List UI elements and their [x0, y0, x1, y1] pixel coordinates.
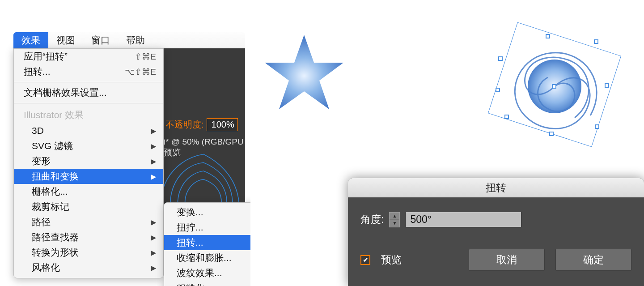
selection-handle[interactable] — [605, 83, 609, 88]
menu-item-label: 收缩和膨胀... — [177, 252, 251, 264]
effect-menu-dropdown: 应用“扭转” ⇧⌘E 扭转... ⌥⇧⌘E 文档栅格效果设置... Illust… — [13, 48, 164, 278]
selection-bounding-box — [496, 35, 613, 142]
menu-item-label: 文档栅格效果设置... — [24, 86, 156, 99]
preview-label: 预览 — [381, 253, 402, 267]
menu-last-effect[interactable]: 扭转... ⌥⇧⌘E — [14, 64, 163, 79]
selection-handle[interactable] — [504, 115, 509, 119]
submenu-zigzag[interactable]: 波纹效果... — [164, 265, 258, 281]
menu-item-distort-transform[interactable]: 扭曲和变换 ▶ — [14, 169, 163, 184]
preview-checkbox[interactable]: ✔ — [360, 255, 370, 265]
menu-item-label: 变形 — [32, 155, 151, 167]
menu-item-crop-marks[interactable]: 裁剪标记 — [14, 199, 163, 214]
menu-item-label: 变换... — [177, 206, 251, 218]
submenu-arrow-icon: ▶ — [151, 248, 156, 257]
selection-handle[interactable] — [595, 124, 599, 129]
submenu-twist[interactable]: 扭转... — [164, 235, 258, 250]
submenu-roughen[interactable]: 粗糙化... — [164, 281, 258, 286]
selection-center-handle[interactable] — [552, 84, 556, 89]
menu-item-label: 扭拧... — [177, 221, 251, 234]
ok-button[interactable]: 确定 — [555, 249, 631, 271]
menu-item-label: 风格化 — [32, 261, 151, 274]
submenu-arrow-icon: ▶ — [151, 218, 156, 226]
submenu-arrow-icon: ▶ — [151, 172, 156, 181]
selection-handle[interactable] — [498, 56, 503, 61]
menu-item-label: 扭转... — [177, 236, 251, 249]
menu-item-label: 栅格化... — [32, 185, 156, 198]
menu-item-label: 3D — [32, 125, 151, 136]
menubar-help[interactable]: 帮助 — [118, 32, 153, 48]
menu-document-raster-settings[interactable]: 文档栅格效果设置... — [14, 85, 163, 100]
menubar: 效果 视图 窗口 帮助 — [13, 32, 245, 48]
selection-handle[interactable] — [546, 34, 550, 38]
submenu-transform[interactable]: 变换... — [164, 205, 258, 220]
menu-item-label: 扭曲和变换 — [32, 170, 151, 183]
document-tab-status: i* @ 50% (RGB/GPU 预览 — [164, 137, 245, 158]
twist-dialog: 扭转 角度: ▲ ▼ ✔ 预览 取消 确定 — [348, 178, 644, 286]
left-composite: 不透明度: 100% i* @ 50% (RGB/GPU 预览 效果 视图 窗口… — [13, 32, 245, 275]
menubar-window[interactable]: 窗口 — [83, 32, 118, 48]
twisted-star-result[interactable] — [496, 35, 613, 142]
menu-item-3d[interactable]: 3D ▶ — [14, 123, 163, 138]
star-shape-original — [259, 30, 349, 120]
submenu-arrow-icon: ▶ — [151, 157, 156, 166]
menu-section-header: Illustrator 效果 — [14, 106, 163, 123]
submenu-tweak[interactable]: 扭拧... — [164, 220, 258, 235]
menu-item-shortcut: ⇧⌘E — [135, 51, 156, 62]
submenu-arrow-icon: ▶ — [151, 233, 156, 242]
menu-item-label: 路径 — [32, 216, 151, 228]
menu-item-label: 扭转... — [24, 65, 125, 78]
dialog-body: 角度: ▲ ▼ ✔ 预览 取消 确定 — [348, 197, 644, 286]
dialog-title: 扭转 — [348, 178, 644, 197]
menu-separator — [14, 82, 163, 82]
opacity-value-field[interactable]: 100% — [207, 118, 238, 131]
selection-handle[interactable] — [496, 88, 500, 92]
svg-marker-0 — [265, 35, 343, 109]
menu-item-label: 转换为形状 — [32, 246, 151, 259]
menubar-effect[interactable]: 效果 — [13, 32, 48, 48]
menu-item-warp[interactable]: 变形 ▶ — [14, 154, 163, 169]
menu-item-path[interactable]: 路径 ▶ — [14, 214, 163, 230]
menu-item-label: 裁剪标记 — [32, 201, 156, 213]
angle-input[interactable] — [405, 212, 521, 227]
menu-item-pathfinder[interactable]: 路径查找器 ▶ — [14, 230, 163, 245]
menu-item-shortcut: ⌥⇧⌘E — [125, 67, 156, 77]
menu-item-label: 粗糙化... — [177, 282, 251, 286]
menu-apply-last-effect[interactable]: 应用“扭转” ⇧⌘E — [14, 49, 163, 64]
dialog-footer: ✔ 预览 取消 确定 — [360, 249, 631, 271]
angle-stepper[interactable]: ▲ ▼ — [389, 212, 400, 227]
selection-handle[interactable] — [549, 132, 554, 136]
angle-row: 角度: ▲ ▼ — [360, 212, 631, 227]
canvas-area: 扭转 角度: ▲ ▼ ✔ 预览 取消 确定 — [250, 30, 644, 286]
angle-label: 角度: — [360, 213, 384, 226]
submenu-arrow-icon: ▶ — [151, 127, 156, 135]
menubar-view[interactable]: 视图 — [48, 32, 83, 48]
stepper-down-icon[interactable]: ▼ — [390, 220, 399, 227]
opacity-control: 不透明度: 100% — [165, 118, 238, 131]
menu-item-label: 应用“扭转” — [24, 50, 135, 63]
cancel-button[interactable]: 取消 — [469, 249, 545, 271]
selection-handle[interactable] — [594, 39, 598, 44]
submenu-arrow-icon: ▶ — [151, 264, 156, 272]
menu-item-label: 波纹效果... — [177, 267, 251, 279]
submenu-pucker-bloat[interactable]: 收缩和膨胀... — [164, 250, 258, 265]
menu-item-label: 路径查找器 — [32, 231, 151, 243]
menu-item-stylize[interactable]: 风格化 ▶ — [14, 260, 163, 275]
menu-separator — [14, 103, 163, 103]
menu-item-svg-filters[interactable]: SVG 滤镜 ▶ — [14, 138, 163, 154]
menu-item-convert-to-shape[interactable]: 转换为形状 ▶ — [14, 245, 163, 260]
opacity-label: 不透明度: — [165, 119, 204, 131]
menu-item-rasterize[interactable]: 栅格化... — [14, 184, 163, 199]
menu-item-label: SVG 滤镜 — [32, 140, 151, 152]
distort-transform-submenu: 变换... 扭拧... 扭转... 收缩和膨胀... 波纹效果... 粗糙化..… — [164, 202, 258, 286]
submenu-arrow-icon: ▶ — [151, 142, 156, 150]
stepper-up-icon[interactable]: ▲ — [390, 213, 399, 220]
